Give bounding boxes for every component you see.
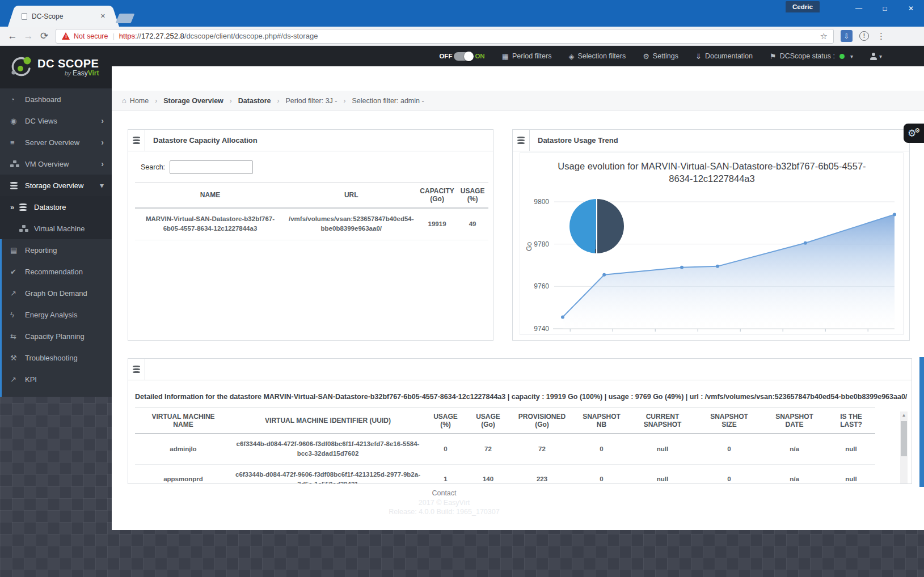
usage-trend-chart: Usage evolution for MARVIN-Virtual-SAN-D… [520,152,904,335]
sliders-icon: ⇆ [10,332,16,341]
sidebar-item-dashboard[interactable]: ◔Dashboard [0,88,112,110]
table-row[interactable]: adminjloc6f3344b-d084-472f-9606-f3df08bc… [135,434,875,464]
column-header: VIRTUAL MACHINE NAME [135,408,231,434]
app-logo: DC SCOPE by EasyVirt [0,46,112,88]
browser-menu-icon[interactable]: ⋮ [877,31,885,41]
sidebar-item-storage-overview[interactable]: Storage Overview▾ [0,175,112,196]
sidebar-item-energy-analysis[interactable]: ϟEnergy Analysis [0,304,112,325]
toggle-track[interactable] [454,52,473,61]
column-header: URL [285,183,417,209]
back-icon[interactable]: ← [5,31,20,42]
breadcrumb-item-selection-filter[interactable]: Selection filter: admin - [352,97,424,105]
breadcrumb-item-home[interactable]: ⌂Home [122,96,149,105]
sidebar-item-datastore[interactable]: »Datastore [0,196,112,218]
breadcrumb-separator-icon: › [271,97,285,105]
footer-copyright: 2017 © EasyVirt [0,498,888,508]
table-cell: 49 [457,208,488,240]
download-extension-icon[interactable]: ⇩ [841,30,853,42]
chart-icon: ↗ [10,375,16,384]
footer-contact-link[interactable]: Contact [0,489,888,498]
vm-detail-table: VIRTUAL MACHINE NAMEVIRTUAL MACHINE IDEN… [128,408,912,484]
table-cell: 0 [575,464,628,484]
window-controls: — □ ✕ [846,0,924,17]
sidebar-item-graph-on-demand[interactable]: ↗Graph On Demand [0,282,112,304]
minimize-button[interactable]: — [846,0,872,17]
home-icon: ⌂ [122,96,126,105]
column-header: SNAPSHOT SIZE [697,408,762,434]
sidebar-item-recommendation[interactable]: ✔Recommendation [0,261,112,282]
sidebar-item-server-overview[interactable]: ≡Server Overview› [0,131,112,153]
trend-panel-header: Datastore Usage Trend [513,130,909,151]
table-cell: adminjlo [135,434,231,464]
scrollbar-up-icon[interactable]: ▲ [900,413,908,418]
detail-table: VIRTUAL MACHINE NAMEVIRTUAL MACHINE IDEN… [135,408,875,484]
breadcrumb-item-period-filter[interactable]: Period filter: 3J - [285,97,337,105]
svg-text:9760: 9760 [534,282,549,290]
tools-icon: ⚒ [10,354,17,362]
breadcrumb-separator-icon: › [337,97,352,105]
sidebar-item-capacity-planning[interactable]: ⇆Capacity Planning [0,325,112,347]
topbar-item-user[interactable]: ▾ [870,53,882,60]
tab-close-icon[interactable]: ✕ [100,12,106,20]
sidebar-item-label: Virtual Machine [34,224,85,233]
sidebar-item-kpi[interactable]: ↗KPI [0,368,112,390]
book-icon: ▤ [10,246,17,254]
scrollbar-thumb[interactable] [901,421,907,456]
bookmark-star-icon[interactable]: ☆ [820,31,828,41]
maximize-button[interactable]: □ [872,0,898,17]
sidebar-item-label: Datastore [34,203,66,211]
page-scrollbar[interactable] [919,357,924,487]
sidebar-item-reporting[interactable]: ▤Reporting [0,239,112,261]
on-off-toggle[interactable]: OFF ON [439,52,484,61]
logo-by: by [65,70,73,77]
datastore-detail-panel: Detailed Information for the datastore M… [128,358,912,484]
svg-text:15. Mar: 15. Mar [686,333,710,334]
table-cell: null [827,434,875,464]
topbar-item-dcscope-status[interactable]: ⚑DCScope status :▾ [770,52,853,61]
forward-icon[interactable]: → [20,31,36,42]
toggle-knob[interactable] [464,52,474,61]
info-icon[interactable]: ! [859,31,869,41]
refresh-icon[interactable]: ⟳ [36,30,52,42]
sidebar-item-virtual-machine[interactable]: Virtual Machine [0,218,112,239]
sidebar-item-label: Storage Overview [25,181,83,190]
new-tab-button[interactable] [116,14,135,23]
breadcrumb-item-storage-overview[interactable]: Storage Overview [163,97,223,105]
table-cell: 223 [509,464,575,484]
sidebar-item-label: Troubleshooting [25,354,78,362]
browser-profile-badge[interactable]: Cedric [786,1,820,12]
breadcrumb-separator-icon: › [149,97,163,105]
svg-text:9780: 9780 [534,240,549,248]
sidebar-item-dc-views[interactable]: ◉DC Views› [0,110,112,131]
sidebar-item-troubleshooting[interactable]: ⚒Troubleshooting [0,347,112,368]
page-favicon-icon [22,13,27,20]
table-row[interactable]: appsmonprdc6f3344b-d084-472f-9606-f3df08… [135,464,875,484]
url-bar[interactable]: Not secure | https :// 172.27.252.8 /dcs… [56,29,834,44]
svg-text:16. Mar: 16. Mar [771,333,795,334]
not-secure-label[interactable]: Not secure [74,32,108,40]
search-input[interactable] [170,160,253,174]
settings-flyout-button[interactable]: ⚙ ⚙ [904,124,924,143]
topbar-item-period-filters[interactable]: ▦Period filters [502,52,552,61]
chart-y-axis-label: Go [525,242,533,251]
sidebar-item-label: DC Views [25,117,57,125]
column-header: SNAPSHOT DATE [762,408,827,434]
close-button[interactable]: ✕ [898,0,924,17]
table-cell: /vmfs/volumes/vsan:523657847b40ed54-bbe0… [285,208,417,240]
topbar-item-settings[interactable]: ⚙Settings [643,52,678,61]
breadcrumb-separator-icon: › [223,97,238,105]
table-row[interactable]: MARVIN-Virtual-SAN-Datastore-b32bf767-6b… [135,208,488,240]
calendar-icon: ▦ [502,52,509,61]
table-cell: 140 [467,464,509,484]
browser-tab[interactable]: DC-Scope ✕ [16,6,111,27]
detail-table-scrollbar[interactable]: ▲ [900,411,908,483]
chevron-right-icon: › [101,138,104,147]
breadcrumb-item-datastore[interactable]: Datastore [238,97,271,105]
table-cell: n/a [762,434,827,464]
sidebar-item-vm-overview[interactable]: VM Overview› [0,153,112,175]
topbar-item-documentation[interactable]: ⇓Documentation [695,52,753,61]
topbar-item-selection-filters[interactable]: ◈Selection filters [568,52,626,61]
column-header: SNAPSHOT NB [575,408,628,434]
capacity-panel-title: Datastore Capacity Allocation [145,136,258,145]
wrench-icon: ⚙ [643,52,649,61]
